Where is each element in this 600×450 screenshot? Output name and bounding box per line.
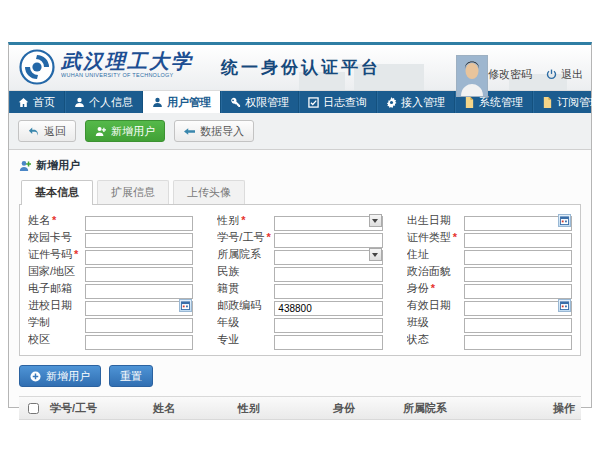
dropdown-arrow-icon[interactable]: [369, 214, 382, 227]
field-student-id: 学号/工号*: [217, 229, 382, 246]
id-number-input[interactable]: [85, 250, 193, 265]
major-input[interactable]: [274, 335, 382, 350]
field-label: 电子邮箱: [28, 281, 85, 296]
tab-basic-info[interactable]: 基本信息: [21, 180, 93, 205]
field-id-number: 证件号码*: [28, 246, 193, 263]
field-label: 班级: [407, 315, 464, 330]
campus-input[interactable]: [85, 335, 193, 350]
logout-link[interactable]: 退出: [546, 67, 583, 82]
col-department: 所属院系: [400, 401, 550, 416]
field-ethnicity: 民族: [217, 263, 382, 280]
university-name-en: WUHAN UNIVERSITY OF TECHNOLOGY: [61, 73, 174, 79]
dropdown-arrow-icon[interactable]: [369, 248, 382, 261]
field-campus-card: 校园卡号: [28, 229, 193, 246]
calendar-icon[interactable]: [558, 299, 571, 312]
field-name: 姓名*: [28, 212, 193, 229]
reset-button[interactable]: 重置: [109, 365, 153, 387]
calendar-icon[interactable]: [179, 299, 192, 312]
class-input[interactable]: [464, 318, 572, 333]
department-select[interactable]: [274, 250, 382, 265]
campus-card-input[interactable]: [85, 233, 193, 248]
back-button[interactable]: 返回: [18, 120, 76, 142]
submit-add-user-button[interactable]: 新增用户: [19, 365, 101, 387]
gear-icon: [386, 97, 397, 108]
plus-circle-icon: [30, 371, 41, 382]
nav-item-log-query[interactable]: 日志查询: [299, 91, 377, 113]
field-label: 状态: [407, 332, 464, 347]
select-all-checkbox[interactable]: [28, 403, 39, 414]
header: 武汉理工大学 WUHAN UNIVERSITY OF TECHNOLOGY 统一…: [9, 45, 591, 91]
import-arrow-icon: [184, 126, 195, 137]
field-label: 出生日期: [407, 213, 464, 228]
user-avatar[interactable]: [456, 55, 488, 97]
field-label: 校园卡号: [28, 230, 85, 245]
postal-code-input[interactable]: [274, 301, 382, 316]
calendar-icon[interactable]: [558, 214, 571, 227]
nav-item-home[interactable]: 首页: [9, 91, 65, 113]
email-input[interactable]: [85, 284, 193, 299]
data-import-button[interactable]: 数据导入: [174, 120, 254, 142]
form-actions: 新增用户 重置: [19, 356, 581, 396]
field-label: 国家/地区: [28, 264, 85, 279]
check-square-icon: [308, 97, 319, 108]
name-input[interactable]: [85, 216, 193, 231]
political-status-input[interactable]: [464, 267, 572, 282]
address-input[interactable]: [464, 250, 572, 265]
header-links: 修改密码 退出: [473, 67, 583, 82]
field-email: 电子邮箱: [28, 280, 193, 297]
add-user-toolbar-button[interactable]: 新增用户: [85, 120, 165, 142]
home-icon: [18, 97, 29, 108]
field-country: 国家/地区: [28, 263, 193, 280]
nav-label: 个人信息: [89, 95, 133, 110]
nav-item-user-management[interactable]: 用户管理: [143, 91, 221, 113]
field-label: 性别*: [217, 213, 274, 228]
id-type-input[interactable]: [464, 233, 572, 248]
back-label: 返回: [44, 124, 66, 139]
field-label: 住址: [407, 247, 464, 262]
entry-date-input[interactable]: [85, 301, 193, 316]
ethnicity-input[interactable]: [274, 267, 382, 282]
tab-upload-avatar[interactable]: 上传头像: [173, 180, 245, 204]
data-import-label: 数据导入: [200, 124, 244, 139]
status-input[interactable]: [464, 335, 572, 350]
add-user-label: 新增用户: [111, 124, 155, 139]
field-label: 专业: [217, 332, 274, 347]
valid-date-input[interactable]: [464, 301, 572, 316]
col-student-id: 学号/工号: [47, 401, 150, 416]
toolbar: 返回 新增用户 数据导入: [9, 113, 591, 149]
nav-label: 订阅管理: [557, 95, 600, 110]
nav-item-personal-info[interactable]: 个人信息: [65, 91, 143, 113]
study-length-input[interactable]: [85, 318, 193, 333]
field-campus: 校区: [28, 331, 193, 348]
gender-select[interactable]: [274, 216, 382, 231]
native-place-input[interactable]: [274, 284, 382, 299]
col-name: 姓名: [150, 401, 235, 416]
required-asterisk: *: [74, 248, 78, 260]
tab-extended-info[interactable]: 扩展信息: [97, 180, 169, 204]
field-native-place: 籍贯: [217, 280, 382, 297]
nav-item-permission-management[interactable]: 权限管理: [221, 91, 299, 113]
required-asterisk: *: [431, 282, 435, 294]
student-id-input[interactable]: [274, 233, 382, 248]
user-table-header: 学号/工号 姓名 性别 身份 所属院系 操作: [19, 396, 581, 420]
field-postal-code: 邮政编码: [217, 297, 382, 314]
field-gender: 性别*: [217, 212, 382, 229]
field-birthdate: 出生日期: [407, 212, 572, 229]
change-password-label: 修改密码: [488, 67, 532, 82]
basic-info-form: 姓名* 性别* 出生日期 校园卡号 学号/工号*: [19, 204, 581, 356]
identity-input[interactable]: [464, 284, 572, 299]
field-label: 校区: [28, 332, 85, 347]
birthdate-input[interactable]: [464, 216, 572, 231]
power-icon: [546, 69, 557, 80]
reset-label: 重置: [120, 369, 142, 384]
grade-input[interactable]: [274, 318, 382, 333]
field-id-type: 证件类型*: [407, 229, 572, 246]
nav-item-access-management[interactable]: 接入管理: [377, 91, 455, 113]
nav-item-subscription-management[interactable]: 订阅管理: [533, 91, 600, 113]
field-status: 状态: [407, 331, 572, 348]
country-input[interactable]: [85, 267, 193, 282]
field-entry-date: 进校日期: [28, 297, 193, 314]
required-asterisk: *: [241, 214, 245, 226]
field-major: 专业: [217, 331, 382, 348]
col-identity: 身份: [330, 401, 400, 416]
